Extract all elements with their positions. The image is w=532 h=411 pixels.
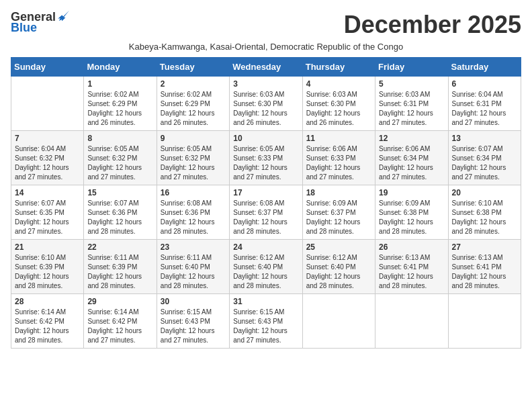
day-info: Sunrise: 6:03 AMSunset: 6:30 PMDaylight:…: [306, 90, 371, 128]
calendar-cell: 26Sunrise: 6:13 AMSunset: 6:41 PMDayligh…: [375, 240, 448, 294]
calendar-cell: [11, 77, 84, 131]
calendar-cell: 31Sunrise: 6:15 AMSunset: 6:43 PMDayligh…: [230, 294, 302, 349]
calendar-body: 1Sunrise: 6:02 AMSunset: 6:29 PMDaylight…: [11, 77, 521, 349]
day-info: Sunrise: 6:05 AMSunset: 6:32 PMDaylight:…: [161, 144, 226, 182]
calendar-cell: 27Sunrise: 6:13 AMSunset: 6:41 PMDayligh…: [448, 240, 521, 294]
day-number: 14: [15, 188, 80, 197]
day-info: Sunrise: 6:12 AMSunset: 6:40 PMDaylight:…: [306, 253, 371, 291]
day-of-week-header: Saturday: [448, 58, 521, 77]
day-number: 5: [379, 79, 444, 89]
day-info: Sunrise: 6:07 AMSunset: 6:36 PMDaylight:…: [87, 199, 152, 236]
calendar-week-row: 14Sunrise: 6:07 AMSunset: 6:35 PMDayligh…: [11, 185, 521, 240]
day-info: Sunrise: 6:05 AMSunset: 6:32 PMDaylight:…: [87, 144, 152, 182]
day-number: 7: [15, 134, 80, 143]
day-info: Sunrise: 6:14 AMSunset: 6:42 PMDaylight:…: [15, 308, 80, 345]
logo: General Blue: [11, 11, 71, 35]
day-number: 19: [379, 188, 444, 197]
day-number: 4: [306, 79, 371, 89]
day-info: Sunrise: 6:02 AMSunset: 6:29 PMDaylight:…: [161, 90, 226, 128]
calendar-cell: 2Sunrise: 6:02 AMSunset: 6:29 PMDaylight…: [157, 77, 229, 131]
calendar-cell: [448, 294, 521, 349]
calendar-cell: 25Sunrise: 6:12 AMSunset: 6:40 PMDayligh…: [302, 240, 375, 294]
calendar-header: SundayMondayTuesdayWednesdayThursdayFrid…: [11, 58, 521, 77]
calendar-cell: 12Sunrise: 6:06 AMSunset: 6:34 PMDayligh…: [375, 131, 448, 185]
day-number: 1: [87, 79, 152, 89]
calendar-cell: 22Sunrise: 6:11 AMSunset: 6:39 PMDayligh…: [84, 240, 157, 294]
day-number: 30: [161, 297, 226, 306]
month-title: December 2025: [344, 11, 521, 39]
calendar-cell: 15Sunrise: 6:07 AMSunset: 6:36 PMDayligh…: [84, 185, 157, 240]
day-of-week-header: Thursday: [302, 58, 375, 77]
day-info: Sunrise: 6:13 AMSunset: 6:41 PMDaylight:…: [379, 253, 444, 291]
day-of-week-header: Tuesday: [157, 58, 229, 77]
calendar-cell: 28Sunrise: 6:14 AMSunset: 6:42 PMDayligh…: [11, 294, 84, 349]
day-number: 16: [161, 188, 226, 197]
day-info: Sunrise: 6:09 AMSunset: 6:38 PMDaylight:…: [379, 199, 444, 236]
day-info: Sunrise: 6:06 AMSunset: 6:34 PMDaylight:…: [379, 144, 444, 182]
calendar-cell: 13Sunrise: 6:07 AMSunset: 6:34 PMDayligh…: [448, 131, 521, 185]
calendar-cell: 20Sunrise: 6:10 AMSunset: 6:38 PMDayligh…: [448, 185, 521, 240]
day-info: Sunrise: 6:10 AMSunset: 6:39 PMDaylight:…: [15, 253, 80, 291]
calendar-header-row: SundayMondayTuesdayWednesdayThursdayFrid…: [11, 58, 521, 77]
day-number: 28: [15, 297, 80, 306]
day-number: 25: [306, 242, 371, 252]
day-of-week-header: Wednesday: [230, 58, 302, 77]
calendar-table: SundayMondayTuesdayWednesdayThursdayFrid…: [11, 57, 521, 349]
day-number: 12: [379, 134, 444, 143]
day-number: 21: [15, 242, 80, 252]
day-number: 31: [233, 297, 298, 306]
calendar-cell: 4Sunrise: 6:03 AMSunset: 6:30 PMDaylight…: [302, 77, 375, 131]
calendar-cell: 21Sunrise: 6:10 AMSunset: 6:39 PMDayligh…: [11, 240, 84, 294]
calendar-cell: 16Sunrise: 6:08 AMSunset: 6:36 PMDayligh…: [157, 185, 229, 240]
day-info: Sunrise: 6:13 AMSunset: 6:41 PMDaylight:…: [452, 253, 517, 291]
calendar-cell: 18Sunrise: 6:09 AMSunset: 6:37 PMDayligh…: [302, 185, 375, 240]
day-info: Sunrise: 6:07 AMSunset: 6:34 PMDaylight:…: [452, 144, 517, 182]
day-number: 26: [379, 242, 444, 252]
day-of-week-header: Sunday: [11, 58, 84, 77]
day-number: 17: [233, 188, 298, 197]
day-info: Sunrise: 6:11 AMSunset: 6:39 PMDaylight:…: [87, 253, 152, 291]
calendar-cell: 5Sunrise: 6:03 AMSunset: 6:31 PMDaylight…: [375, 77, 448, 131]
calendar-cell: 14Sunrise: 6:07 AMSunset: 6:35 PMDayligh…: [11, 185, 84, 240]
day-info: Sunrise: 6:02 AMSunset: 6:29 PMDaylight:…: [87, 90, 152, 128]
day-number: 18: [306, 188, 371, 197]
day-info: Sunrise: 6:15 AMSunset: 6:43 PMDaylight:…: [161, 308, 226, 345]
day-info: Sunrise: 6:14 AMSunset: 6:42 PMDaylight:…: [87, 308, 152, 345]
day-number: 3: [233, 79, 298, 89]
calendar-cell: 17Sunrise: 6:08 AMSunset: 6:37 PMDayligh…: [230, 185, 302, 240]
calendar-cell: 24Sunrise: 6:12 AMSunset: 6:40 PMDayligh…: [230, 240, 302, 294]
day-info: Sunrise: 6:11 AMSunset: 6:40 PMDaylight:…: [161, 253, 226, 291]
day-info: Sunrise: 6:04 AMSunset: 6:32 PMDaylight:…: [15, 144, 80, 182]
day-info: Sunrise: 6:08 AMSunset: 6:36 PMDaylight:…: [161, 199, 226, 236]
day-number: 23: [161, 242, 226, 252]
day-number: 2: [161, 79, 226, 89]
day-info: Sunrise: 6:15 AMSunset: 6:43 PMDaylight:…: [233, 308, 298, 345]
day-info: Sunrise: 6:03 AMSunset: 6:30 PMDaylight:…: [233, 90, 298, 128]
day-of-week-header: Friday: [375, 58, 448, 77]
calendar-cell: 1Sunrise: 6:02 AMSunset: 6:29 PMDaylight…: [84, 77, 157, 131]
day-number: 22: [87, 242, 152, 252]
day-number: 6: [452, 79, 517, 89]
calendar-cell: 3Sunrise: 6:03 AMSunset: 6:30 PMDaylight…: [230, 77, 302, 131]
day-number: 20: [452, 188, 517, 197]
calendar-cell: 30Sunrise: 6:15 AMSunset: 6:43 PMDayligh…: [157, 294, 229, 349]
calendar-cell: 29Sunrise: 6:14 AMSunset: 6:42 PMDayligh…: [84, 294, 157, 349]
calendar-cell: 6Sunrise: 6:04 AMSunset: 6:31 PMDaylight…: [448, 77, 521, 131]
day-number: 9: [161, 134, 226, 143]
calendar-week-row: 21Sunrise: 6:10 AMSunset: 6:39 PMDayligh…: [11, 240, 521, 294]
calendar-cell: 9Sunrise: 6:05 AMSunset: 6:32 PMDaylight…: [157, 131, 229, 185]
day-info: Sunrise: 6:12 AMSunset: 6:40 PMDaylight:…: [233, 253, 298, 291]
calendar-cell: 8Sunrise: 6:05 AMSunset: 6:32 PMDaylight…: [84, 131, 157, 185]
calendar-cell: 19Sunrise: 6:09 AMSunset: 6:38 PMDayligh…: [375, 185, 448, 240]
calendar-week-row: 1Sunrise: 6:02 AMSunset: 6:29 PMDaylight…: [11, 77, 521, 131]
calendar-cell: 10Sunrise: 6:05 AMSunset: 6:33 PMDayligh…: [230, 131, 302, 185]
calendar-cell: [375, 294, 448, 349]
day-info: Sunrise: 6:09 AMSunset: 6:37 PMDaylight:…: [306, 199, 371, 236]
day-info: Sunrise: 6:04 AMSunset: 6:31 PMDaylight:…: [452, 90, 517, 128]
day-of-week-header: Monday: [84, 58, 157, 77]
day-number: 27: [452, 242, 517, 252]
day-info: Sunrise: 6:10 AMSunset: 6:38 PMDaylight:…: [452, 199, 517, 236]
calendar-week-row: 28Sunrise: 6:14 AMSunset: 6:42 PMDayligh…: [11, 294, 521, 349]
day-number: 8: [87, 134, 152, 143]
day-number: 13: [452, 134, 517, 143]
